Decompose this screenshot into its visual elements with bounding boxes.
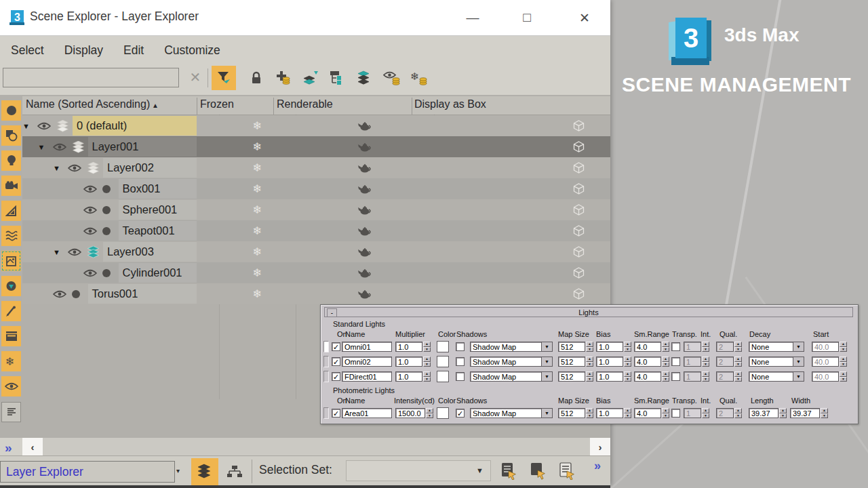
qual-field[interactable]: 2	[716, 371, 734, 382]
light-name-field[interactable]: Omni01	[342, 342, 392, 352]
display-lights-toggle[interactable]	[1, 150, 21, 171]
display-geometry-toggle[interactable]	[1, 100, 21, 121]
renderable-cell[interactable]	[296, 262, 434, 283]
row-selector[interactable]	[323, 371, 329, 382]
layer-row-box001[interactable]: Box001❄	[22, 178, 610, 199]
map-size-field[interactable]: 512	[558, 357, 585, 367]
layer-row-0-default-[interactable]: ▼0 (default)❄	[22, 115, 610, 136]
sm-range-field[interactable]: 4.0	[634, 371, 661, 382]
spinner[interactable]: ▲▼	[662, 342, 669, 352]
collapse-button[interactable]: -	[327, 308, 337, 317]
layer-row-cylinder001[interactable]: Cylinder001❄	[22, 262, 610, 283]
display-frozen-toggle[interactable]: ❄	[1, 351, 21, 371]
eye-icon[interactable]	[37, 122, 56, 130]
column-header-name[interactable]: Name (Sorted Ascending) ▲	[26, 98, 159, 110]
spinner[interactable]: ▲▼	[840, 342, 847, 352]
horizontal-scrollbar[interactable]: ‹ ›	[22, 438, 610, 455]
frozen-cell[interactable]: ❄	[219, 283, 296, 304]
scroll-right-button[interactable]: ›	[590, 438, 610, 455]
multiplier-field[interactable]: 1.0	[395, 371, 422, 382]
display-shapes-toggle[interactable]	[1, 125, 21, 146]
frozen-cell[interactable]: ❄	[219, 220, 296, 241]
layer-name[interactable]: 0 (default)	[77, 119, 127, 132]
map-size-field[interactable]: 512	[558, 342, 585, 352]
spinner[interactable]: ▲▼	[426, 408, 433, 418]
eye-icon[interactable]	[83, 227, 102, 235]
explorer-selector[interactable]: Layer Explorer	[0, 461, 175, 483]
display-as-box-cell[interactable]	[434, 262, 633, 283]
layer-name[interactable]: Teapot001	[123, 224, 175, 237]
sm-range-field[interactable]: 4.0	[634, 357, 661, 367]
titlebar[interactable]: 3 Scene Explorer - Layer Explorer — □ ✕	[0, 0, 610, 36]
on-checkbox[interactable]: ✓	[332, 409, 340, 418]
shadow-type-dropdown[interactable]: Shadow Map▼	[470, 357, 553, 367]
dropdown-arrow-icon[interactable]: ▼	[793, 372, 804, 381]
eye-icon[interactable]	[83, 206, 102, 214]
frozen-cell[interactable]: ❄	[219, 178, 296, 199]
spinner[interactable]: ▲▼	[662, 357, 669, 367]
create-new-layer-button[interactable]	[271, 66, 296, 90]
shadow-type-dropdown[interactable]: Shadow Map▼	[470, 371, 553, 382]
spinner[interactable]: ▲▼	[423, 357, 431, 367]
shadows-checkbox[interactable]	[456, 342, 465, 351]
layer-name[interactable]: Torus001	[92, 287, 138, 300]
shadows-checkbox[interactable]	[456, 372, 465, 381]
hide-selection-button[interactable]	[380, 66, 404, 90]
display-ink-toggle[interactable]	[1, 301, 21, 321]
layer-name[interactable]: Layer003	[107, 245, 154, 258]
on-checkbox[interactable]: ✓	[332, 357, 340, 366]
frozen-cell[interactable]: ❄	[219, 241, 296, 262]
layer-row-sphere001[interactable]: Sphere001❄	[22, 199, 610, 220]
bias-field[interactable]: 1.0	[596, 408, 623, 418]
bottombar-overflow-chevron[interactable]: »	[594, 459, 601, 473]
shadow-type-dropdown[interactable]: Shadow Map▼	[470, 408, 553, 418]
renderable-cell[interactable]	[296, 115, 434, 136]
column-header-frozen[interactable]: Frozen	[200, 98, 234, 110]
dropdown-arrow-icon[interactable]: ▼	[793, 342, 804, 351]
display-as-box-cell[interactable]	[434, 178, 633, 199]
qual-field[interactable]: 2	[716, 342, 734, 352]
select-by-name-button[interactable]	[528, 460, 547, 481]
layer-row-torus001[interactable]: Torus001❄	[22, 283, 610, 304]
spinner[interactable]: ▲▼	[423, 342, 431, 352]
color-swatch[interactable]	[437, 371, 449, 382]
color-swatch[interactable]	[437, 356, 449, 367]
selection-set-dropdown[interactable]: ▼	[346, 460, 491, 481]
map-size-field[interactable]: 512	[558, 371, 585, 382]
expander-icon[interactable]: ▼	[38, 143, 53, 151]
start-field[interactable]: 40.0	[812, 342, 839, 352]
qual-field[interactable]: 2	[716, 357, 734, 367]
eye-icon[interactable]	[83, 185, 102, 193]
clear-search-button[interactable]: ✕	[187, 68, 203, 86]
display-as-box-cell[interactable]	[434, 220, 633, 241]
spinner[interactable]: ▲▼	[734, 357, 742, 367]
spinner[interactable]: ▲▼	[586, 357, 593, 367]
spinner[interactable]: ▲▼	[734, 408, 742, 418]
eye-icon[interactable]	[83, 269, 102, 277]
layer-row-layer003[interactable]: ▼Layer003❄	[22, 241, 610, 262]
sidebar-overflow-chevron[interactable]: »	[5, 441, 12, 455]
freeze-selection-button[interactable]: ❄	[407, 66, 431, 90]
expander-icon[interactable]: ▼	[53, 164, 68, 172]
frozen-cell[interactable]: ❄	[219, 157, 296, 178]
menu-customize[interactable]: Customize	[164, 43, 220, 58]
transp-checkbox[interactable]	[671, 342, 680, 351]
row-selector[interactable]	[323, 341, 329, 352]
transp-checkbox[interactable]	[671, 357, 680, 366]
spinner[interactable]: ▲▼	[586, 371, 593, 382]
minimize-button[interactable]: —	[461, 7, 484, 28]
renderable-cell[interactable]	[296, 283, 434, 304]
shadows-checkbox[interactable]: ✓	[456, 409, 465, 418]
renderable-cell[interactable]	[296, 157, 434, 178]
frozen-cell[interactable]: ❄	[219, 262, 296, 283]
qual-field[interactable]: 2	[716, 408, 734, 418]
dropdown-arrow-icon[interactable]: ▼	[793, 357, 804, 366]
multiplier-field[interactable]: 1.0	[395, 357, 422, 367]
display-as-box-cell[interactable]	[434, 115, 633, 136]
lights-rollout-header[interactable]: - Lights	[324, 307, 853, 317]
explorer-selector-arrow[interactable]: ▾	[176, 467, 180, 474]
maximize-button[interactable]: □	[515, 7, 538, 28]
bias-field[interactable]: 1.0	[596, 357, 623, 367]
spinner[interactable]: ▲▼	[662, 371, 669, 382]
menu-select[interactable]: Select	[11, 43, 44, 58]
